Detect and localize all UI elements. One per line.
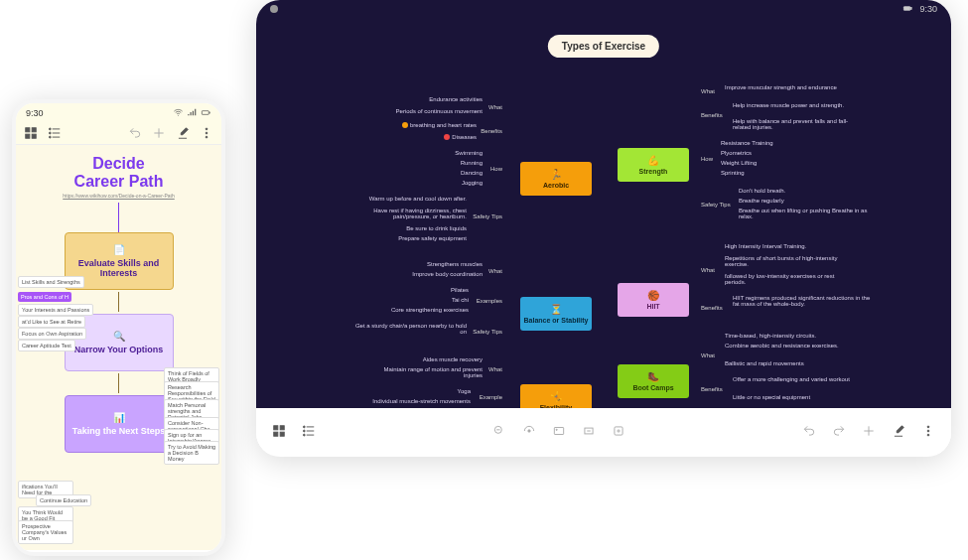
focus-icon[interactable] xyxy=(552,424,566,438)
node-flexibility[interactable]: 🤸Flexibility xyxy=(520,384,592,408)
redo-icon[interactable] xyxy=(832,424,846,438)
note[interactable]: Try to Avoid Making a Decision B Money xyxy=(164,441,219,465)
tag[interactable]: Pros and Cons of H xyxy=(18,292,71,302)
svg-rect-23 xyxy=(280,432,284,436)
grid-view-icon[interactable] xyxy=(24,126,38,140)
leaf[interactable]: Tai chi xyxy=(452,297,469,303)
steps-icon: 📊 xyxy=(113,412,125,423)
leaf[interactable]: Sprinting xyxy=(721,170,745,176)
leaf[interactable]: Little or no special equipment xyxy=(733,394,810,400)
leaf[interactable]: Improve body coordination xyxy=(412,271,483,277)
leaf[interactable]: Aides muscle recovery xyxy=(423,356,483,362)
svg-point-42 xyxy=(927,434,929,436)
section-what: What xyxy=(701,352,715,358)
leaf[interactable]: Don't hold breath. xyxy=(739,188,785,194)
note[interactable]: Prospective Company's Values ur Own xyxy=(18,520,73,544)
phone-toolbar xyxy=(16,122,221,145)
node-aerobic[interactable]: 🏃Aerobic xyxy=(520,162,592,196)
leaf[interactable]: Maintain range of motion and prevent inj… xyxy=(363,366,483,378)
leaf[interactable]: Offer a more challenging and varied work… xyxy=(733,376,862,382)
node-hiit[interactable]: 🏀HIIT xyxy=(618,283,689,317)
leaf[interactable]: Endurance activities xyxy=(429,96,483,102)
signal-icon xyxy=(187,107,198,118)
leaf[interactable]: followed by low-intensity exercises or r… xyxy=(725,273,854,285)
node-bootcamps[interactable]: 🥾Boot Camps xyxy=(618,364,689,398)
zoom-out-icon[interactable] xyxy=(492,424,506,438)
undo-icon[interactable] xyxy=(802,424,816,438)
leaf[interactable]: breathing and heart rates xyxy=(402,122,477,128)
note[interactable]: List Skills and Strengths xyxy=(18,276,84,288)
root-node[interactable]: Types of Exercise xyxy=(548,35,659,58)
format-icon[interactable] xyxy=(892,424,905,438)
leaf[interactable]: Jogging xyxy=(462,180,483,186)
leaf[interactable]: Pilates xyxy=(451,287,469,293)
leaf[interactable]: Resistance Training xyxy=(721,140,773,146)
list-view-icon[interactable] xyxy=(302,424,316,438)
leaf[interactable]: Diseases xyxy=(444,134,477,140)
leaf[interactable]: Plyometrics xyxy=(721,150,752,156)
undo-icon[interactable] xyxy=(128,126,142,140)
leaf[interactable]: Time-based, high-intensity circuits. xyxy=(725,333,816,339)
phone-device: 9:30 Decide Career Path https://www.wiki… xyxy=(12,99,225,556)
leaf[interactable]: Weight Lifting xyxy=(721,160,757,166)
leaf[interactable]: Individual muscle-stretch movements xyxy=(372,398,471,404)
leaf[interactable]: Get a sturdy chair/a person nearby to ho… xyxy=(347,323,467,335)
leaf[interactable]: Strengthens muscles xyxy=(427,261,483,267)
warning-dot-icon xyxy=(444,134,450,140)
note[interactable]: at'd Like to See at Retire xyxy=(18,316,85,328)
leaf[interactable]: Have rest if having dizziness, chest pai… xyxy=(347,208,467,219)
node-label: Narrow Your Options xyxy=(74,345,164,354)
leaf[interactable]: Swimming xyxy=(455,150,483,156)
node-steps[interactable]: 📊 Taking the Next Steps xyxy=(65,395,174,453)
leaf[interactable]: Breathe out when lifting or pushing Brea… xyxy=(739,208,868,219)
note[interactable]: Your Interests and Passions xyxy=(18,304,93,316)
hiit-icon: 🏀 xyxy=(647,290,659,301)
node-strength[interactable]: 💪Strength xyxy=(618,148,689,182)
fit-icon[interactable] xyxy=(522,424,536,438)
leaf[interactable]: HIIT regimens produced significant reduc… xyxy=(733,295,872,307)
leaf[interactable]: Yoga xyxy=(458,388,471,394)
title-line-2: Career Path xyxy=(16,173,221,191)
leaf[interactable]: Prepare safety equipment xyxy=(398,235,467,241)
svg-rect-19 xyxy=(911,8,912,10)
leaf[interactable]: Running xyxy=(461,160,483,166)
leaf[interactable]: Warm up before and cool down after. xyxy=(369,196,467,202)
svg-rect-20 xyxy=(274,426,278,430)
note[interactable]: Focus on Own Aspiration xyxy=(18,328,86,340)
leaf[interactable]: Combine aerobic and resistance exercises… xyxy=(725,343,844,349)
leaf[interactable]: Repetitions of short bursts of high-inte… xyxy=(725,255,844,267)
collapse-icon[interactable] xyxy=(582,424,596,438)
leaf[interactable]: Ballistic and rapid movements xyxy=(725,360,804,366)
svg-point-17 xyxy=(206,136,207,138)
svg-rect-4 xyxy=(32,128,36,132)
format-icon[interactable] xyxy=(176,126,190,140)
source-url[interactable]: https://www.wikihow.com/Decide-on-a-Care… xyxy=(16,193,221,199)
add-icon[interactable] xyxy=(152,126,166,140)
leaf[interactable]: Breathe regularly xyxy=(739,198,784,204)
leaf[interactable]: High Intensity Interval Training. xyxy=(725,243,806,249)
tablet-canvas[interactable]: Types of Exercise 🏃Aerobic ⏳Balance or S… xyxy=(256,17,951,408)
note[interactable]: Continue Education xyxy=(36,494,91,506)
note[interactable]: Career Aptitude Test xyxy=(18,340,75,351)
svg-rect-18 xyxy=(904,7,910,11)
section-benefits: Benefits xyxy=(701,112,723,118)
grid-view-icon[interactable] xyxy=(272,424,286,438)
leaf[interactable]: Help increase muscle power and strength. xyxy=(733,102,852,108)
leaf[interactable]: Help with balance and prevent falls and … xyxy=(733,118,862,130)
node-balance[interactable]: ⏳Balance or Stability xyxy=(520,297,592,331)
list-view-icon[interactable] xyxy=(48,126,62,140)
more-icon[interactable] xyxy=(200,126,213,140)
more-icon[interactable] xyxy=(921,424,935,438)
section-safety: Safety Tips xyxy=(701,202,731,208)
leaf[interactable]: Core strengthening exercises xyxy=(391,307,469,313)
leaf[interactable]: Improve muscular strength and endurance xyxy=(725,84,844,90)
flex-icon: 🤸 xyxy=(550,391,562,402)
add-icon[interactable] xyxy=(862,424,876,438)
leaf[interactable]: Dancing xyxy=(461,170,483,176)
cat-label: Aerobic xyxy=(543,182,569,189)
attachment-icon[interactable] xyxy=(612,424,625,438)
leaf[interactable]: Periods of continuous movement xyxy=(396,108,483,114)
phone-canvas[interactable]: Decide Career Path https://www.wikihow.c… xyxy=(16,145,221,550)
leaf[interactable]: Be sure to drink liquids xyxy=(406,225,467,231)
mindmap-title[interactable]: Decide Career Path xyxy=(16,155,221,190)
